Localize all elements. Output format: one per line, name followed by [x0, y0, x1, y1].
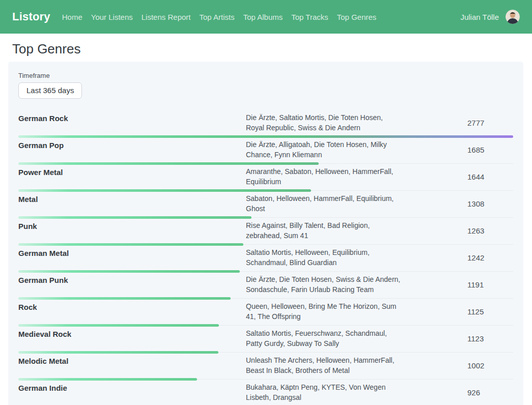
genre-artists: Sabaton, Helloween, HammerFall, Equilibr…	[246, 193, 401, 214]
genre-name: German Indie	[18, 382, 246, 402]
genre-row: Rock Queen, Helloween, Bring Me The Hori…	[18, 299, 513, 326]
genre-name: Power Metal	[18, 166, 246, 187]
genre-row: German Indie Bukahara, Käptn Peng, KYTES…	[18, 380, 513, 405]
genre-row: German Pop Die Ärzte, Alligatoah, Die To…	[18, 137, 513, 164]
main-nav: Home Your Listens Listens Report Top Art…	[62, 13, 377, 21]
page-title: Top Genres	[12, 41, 532, 57]
genre-name: German Punk	[18, 274, 246, 295]
top-navbar: Listory Home Your Listens Listens Report…	[0, 0, 532, 34]
genre-name: Medieval Rock	[18, 328, 246, 349]
genre-count: 1125	[401, 301, 513, 322]
nav-item-top-artists[interactable]: Top Artists	[200, 13, 235, 21]
genre-name: German Pop	[18, 139, 246, 160]
timeframe-label: Timeframe	[18, 72, 513, 79]
genre-count: 926	[401, 382, 513, 402]
genre-name: Melodic Metal	[18, 355, 246, 375]
genre-row: German Rock Die Ärzte, Saltatio Mortis, …	[18, 110, 513, 137]
nav-item-top-albums[interactable]: Top Albums	[243, 13, 283, 21]
genre-count: 1644	[401, 166, 513, 187]
genre-artists: Die Ärzte, Alligatoah, Die Toten Hosen, …	[246, 139, 401, 160]
genre-count: 1123	[401, 328, 513, 349]
nav-item-top-tracks[interactable]: Top Tracks	[291, 13, 328, 21]
genre-row: German Punk Die Ärzte, Die Toten Hosen, …	[18, 272, 513, 299]
genre-artists: Amaranthe, Sabaton, Helloween, HammerFal…	[246, 166, 401, 187]
genre-count: 1242	[401, 247, 513, 268]
genre-name: Punk	[18, 220, 246, 241]
genre-name: Metal	[18, 193, 246, 214]
top-genres-card: Timeframe Last 365 days German Rock Die …	[8, 62, 523, 405]
brand-logo[interactable]: Listory	[12, 10, 50, 23]
genre-count: 1685	[401, 139, 513, 160]
nav-item-top-genres[interactable]: Top Genres	[337, 13, 377, 21]
nav-user-area: Julian Tölle	[460, 10, 520, 24]
genre-row: German Metal Saltatio Mortis, Helloween,…	[18, 245, 513, 272]
genre-artists: Unleash The Archers, Helloween, HammerFa…	[246, 355, 401, 375]
avatar-image	[506, 10, 520, 24]
genre-row: Metal Sabaton, Helloween, HammerFall, Eq…	[18, 191, 513, 218]
nav-item-home[interactable]: Home	[62, 13, 82, 21]
user-name[interactable]: Julian Tölle	[460, 13, 499, 21]
genre-count: 1308	[401, 193, 513, 214]
nav-item-listens-report[interactable]: Listens Report	[142, 13, 191, 21]
user-avatar[interactable]	[506, 10, 520, 24]
genre-row: Power Metal Amaranthe, Sabaton, Hellowee…	[18, 164, 513, 191]
genre-artists: Die Ärzte, Die Toten Hosen, Swiss & Die …	[246, 274, 401, 295]
genre-name: Rock	[18, 301, 246, 322]
nav-item-your-listens[interactable]: Your Listens	[91, 13, 133, 21]
genre-artists: Bukahara, Käptn Peng, KYTES, Von Wegen L…	[246, 382, 401, 402]
genre-row: Punk Rise Against, Billy Talent, Bad Rel…	[18, 218, 513, 245]
genre-artists: Saltatio Mortis, Helloween, Equilibrium,…	[246, 247, 401, 268]
genre-count: 1191	[401, 274, 513, 295]
genre-name: German Metal	[18, 247, 246, 268]
genre-artists: Saltatio Mortis, Feuerschwanz, Schandmau…	[246, 328, 401, 349]
genre-count: 1263	[401, 220, 513, 241]
genre-row: Melodic Metal Unleash The Archers, Hello…	[18, 353, 513, 380]
genre-artists: Die Ärzte, Saltatio Mortis, Die Toten Ho…	[246, 112, 401, 133]
genre-count: 2777	[401, 112, 513, 133]
genre-row: Medieval Rock Saltatio Mortis, Feuerschw…	[18, 326, 513, 353]
genre-count: 1002	[401, 355, 513, 375]
genre-artists: Rise Against, Billy Talent, Bad Religion…	[246, 220, 401, 241]
genre-name: German Rock	[18, 112, 246, 133]
timeframe-select[interactable]: Last 365 days	[18, 82, 82, 99]
genres-table: German Rock Die Ärzte, Saltatio Mortis, …	[18, 110, 513, 405]
genre-artists: Queen, Helloween, Bring Me The Horizon, …	[246, 301, 401, 322]
